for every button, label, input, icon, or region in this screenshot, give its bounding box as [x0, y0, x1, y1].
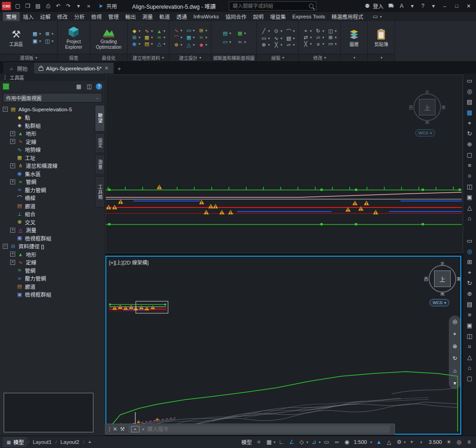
toolspace-tab-1[interactable]: 設定 — [95, 133, 105, 153]
ribbon-tool-button[interactable]: ▤▾ — [143, 41, 153, 47]
dynamic-input-icon-button[interactable]: ▭ — [322, 438, 331, 446]
app-logo[interactable]: C3D — [2, 2, 11, 10]
new-file-icon[interactable]: ▢ — [13, 2, 23, 11]
command-line[interactable]: ⋮ ✕ ⚒ ▸ ▾ — [105, 424, 395, 435]
ribbon-tool-button[interactable]: ∿▾ — [173, 28, 183, 34]
snap-icon-button[interactable]: ▦▾ — [265, 438, 275, 446]
collapse-minus-icon[interactable]: − — [3, 107, 8, 112]
ribbon-tool-button[interactable]: ⊞▾ — [131, 34, 141, 40]
ribbon-tool-button[interactable]: ▱▾ — [314, 34, 325, 40]
crosshair-icon[interactable]: ⌖ — [464, 120, 475, 126]
tree-item[interactable]: +▲地形 — [0, 250, 94, 258]
ribbon-tool-button[interactable]: ≍▾ — [197, 34, 208, 41]
save-icon[interactable]: ▤ — [33, 2, 43, 11]
new-layout-button[interactable]: + — [85, 438, 94, 446]
tree-item[interactable]: +∿定線 — [0, 138, 94, 146]
command-grip-icon[interactable]: ⋮ — [107, 425, 112, 433]
tree-item[interactable]: ▤廊道 — [0, 282, 94, 291]
ribbon-tool-button[interactable]: ⊞▾ — [327, 34, 337, 40]
autodesk-account-icon[interactable]: A — [397, 2, 406, 11]
ribbon-tab-3[interactable]: 修改 — [54, 12, 71, 21]
redo-icon[interactable]: ↷ — [64, 2, 73, 11]
ribbon-tab-15[interactable]: Express Tools — [289, 13, 328, 20]
plot-icon[interactable]: ⎙ — [43, 2, 53, 11]
ribbon-tool-button[interactable]: ⊞▾ — [44, 31, 54, 37]
compass-icon[interactable]: △ — [464, 204, 475, 211]
quick-access-expand-icon[interactable]: » — [84, 2, 93, 11]
ribbon-tool-button[interactable]: ▱▾ — [285, 42, 295, 48]
ribbon-display-toggle-icon[interactable]: ▭ — [371, 13, 379, 20]
panel-icon[interactable]: ▭ — [464, 237, 475, 244]
minimize-button[interactable]: – — [439, 1, 450, 11]
ribbon-tool-button[interactable]: ⌒▾ — [285, 28, 295, 35]
ribbon-tool-button[interactable]: ▦▾ — [143, 34, 153, 40]
ribbon-tool-button[interactable]: ≍▾ — [236, 39, 246, 45]
viewcube-top-face[interactable]: 上 — [434, 270, 451, 287]
tree-item[interactable]: +⋔道岔和橫渡線 — [0, 162, 94, 170]
ribbon-tool-button[interactable]: ⊕▾ — [173, 42, 183, 48]
sun-icon-button[interactable]: ☀ — [445, 438, 453, 446]
ribbon-tool-button[interactable]: ▣▾ — [31, 38, 41, 44]
ribbon-tool-button[interactable]: ◆▾ — [131, 28, 141, 34]
pan-icon[interactable]: ⌖ — [451, 330, 459, 338]
panel-label-profile-section[interactable]: 縱斷面和橫斷面視圖 — [211, 54, 256, 61]
layout-tab-model[interactable]: ▦ 模型 — [3, 437, 27, 447]
ribbon-tool-button[interactable]: ▭▾ — [260, 35, 270, 41]
ribbon-tool-button[interactable]: △▾ — [185, 42, 195, 48]
tree-item[interactable]: ▤廊道 — [0, 202, 94, 210]
panel-icon[interactable]: ▭ — [464, 77, 475, 84]
toolspace-help-icon[interactable]: ? — [96, 83, 102, 90]
navigation-wheel-icon[interactable]: ◎ — [451, 318, 459, 325]
properties-palette-icon[interactable]: ▤ — [464, 301, 475, 308]
toolspace-tab-0[interactable]: 瞭望 — [95, 105, 105, 132]
grid-icon[interactable]: ⌗ — [464, 343, 475, 350]
navbar-more-icon[interactable]: ▾ — [451, 379, 459, 387]
panel-label-modify[interactable]: 修改▾ — [299, 54, 340, 61]
toolspace-tab-2[interactable]: 測量 — [95, 155, 105, 175]
zoom-extents-icon[interactable]: ⊕ — [464, 290, 475, 297]
preview-toggle-icon[interactable]: ◫ — [85, 83, 93, 90]
ribbon-tool-button[interactable]: ⊕▾ — [260, 42, 270, 48]
toolspace-button[interactable]: ⚒ 工具區 — [3, 28, 29, 47]
tree-item[interactable]: ▦工址 — [0, 154, 94, 162]
ribbon-tab-1[interactable]: 插入 — [20, 12, 37, 21]
home-icon[interactable]: ⌂ — [464, 215, 475, 222]
signin-button[interactable]: ⚉ 登入 — [363, 2, 383, 10]
ribbon-tool-button[interactable]: ▦▾ — [31, 31, 41, 37]
expand-plus-icon[interactable]: + — [10, 228, 15, 233]
expand-plus-icon[interactable]: + — [10, 163, 15, 168]
ribbon-tab-14[interactable]: 增益集 — [267, 12, 289, 21]
ribbon-tab-9[interactable]: 軌道 — [156, 12, 173, 21]
ribbon-tab-13[interactable]: 說明 — [250, 12, 267, 21]
viewcube-top-viewport[interactable]: 北 南 西 東 上 — [410, 90, 445, 125]
help-icon[interactable]: ? — [418, 2, 428, 11]
tree-item[interactable]: ▣檢視框群組 — [0, 291, 94, 299]
tree-item[interactable]: ▣檢視框群組 — [0, 234, 94, 242]
ribbon-tab-8[interactable]: 測量 — [139, 12, 156, 21]
clipboard-button[interactable]: 剪貼簿 — [371, 28, 391, 47]
workspace-icon-button[interactable]: ⚙▾ — [395, 438, 406, 446]
viewcube-bottom-viewport[interactable]: 北 南 西 東 上 — [425, 261, 460, 296]
steering-wheel-icon[interactable]: ◎ — [464, 88, 475, 95]
tree-item[interactable]: ⊕交叉 — [0, 218, 94, 226]
tree-item[interactable]: +∿定線 — [0, 258, 94, 267]
annotation-visibility-icon-button[interactable]: ▲ — [375, 438, 383, 446]
ribbon-tab-10[interactable]: 透通 — [173, 12, 190, 21]
zoom-extents-icon[interactable]: ⊕ — [464, 141, 475, 148]
expand-plus-icon[interactable]: + — [10, 252, 15, 257]
ribbon-tool-button[interactable]: ▭▾ — [185, 28, 195, 34]
ribbon-tab-11[interactable]: InfraWorks — [190, 13, 222, 20]
model-space-indicator[interactable]: 模型 — [241, 438, 252, 446]
tree-item[interactable]: +≍管網 — [0, 178, 94, 186]
orbit-icon[interactable]: ↻ — [464, 280, 475, 287]
window-icon[interactable]: ▢ — [464, 151, 475, 158]
new-drawing-tab-button[interactable]: + — [115, 64, 124, 73]
annotation-scale[interactable]: 1:500 — [354, 439, 367, 445]
layer-list-icon[interactable]: ≡ — [464, 311, 475, 318]
steering-wheel-icon[interactable]: ◎ — [464, 248, 475, 255]
file-tab-drawing[interactable]: Align-Superelevation-5* ✕ — [34, 63, 114, 74]
ribbon-tab-16[interactable]: 精選應用程式 — [328, 12, 366, 21]
ribbon-tool-button[interactable]: ◫▾ — [327, 28, 337, 34]
ribbon-tab-4[interactable]: 分析 — [71, 12, 88, 21]
ribbon-tool-button[interactable]: ≡▾ — [314, 41, 325, 47]
